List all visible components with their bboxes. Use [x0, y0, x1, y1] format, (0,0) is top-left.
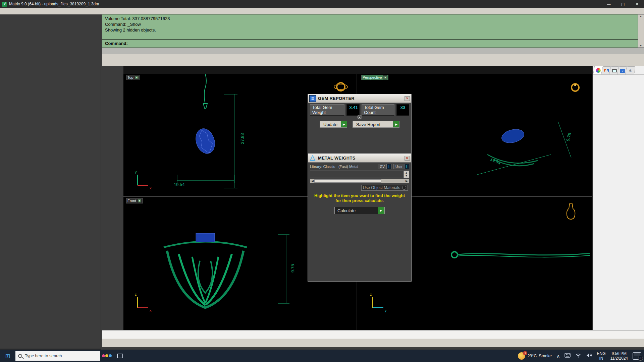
total-gem-count-label: Total Gem Count [362, 104, 394, 116]
weather-temp: 29°C [527, 354, 537, 358]
taskbar: ⊞ Type here to search 1 29°C Smoke ∧ ENG… [0, 350, 644, 362]
gem-reporter-icon: ≣ [309, 95, 316, 102]
scroll-down-icon[interactable]: ▼ [640, 44, 642, 47]
metal-weights-titlebar[interactable]: METAL WEIGHTS ✕ [308, 154, 411, 163]
search-placeholder: Type here to search [25, 354, 62, 358]
svg-text:x: x [150, 308, 152, 312]
command-line: Volume Total: 337.088779571623 [105, 16, 641, 21]
metal-weights-close-icon[interactable]: ✕ [405, 156, 410, 161]
maximize-button[interactable]: ▢ [616, 0, 630, 8]
calculate-button[interactable]: Calculate▶ [334, 207, 385, 214]
scroll-up-icon[interactable]: ▲ [405, 171, 408, 174]
hint-text: for then press calculate. [308, 198, 411, 203]
weather-badge: 1 [523, 351, 527, 355]
date: 11/2/2024 [610, 356, 628, 361]
command-line: Showing 2 hidden objects. [105, 27, 641, 33]
total-gem-weight-value: 3.41 [346, 104, 360, 116]
hint-text: Highlight the item you want to find the … [308, 193, 411, 198]
command-scrollbar[interactable]: ▲▼ [638, 14, 644, 48]
metal-weights-dialog[interactable]: METAL WEIGHTS ✕ Library: Classic - (Fast… [308, 154, 412, 282]
main-toolbar [102, 54, 644, 66]
gem-reporter-dialog[interactable]: ≣ GEM REPORTER ✕ Total Gem Weight 3.41 T… [308, 94, 412, 154]
app-logo-icon: ⫽ [2, 2, 7, 7]
command-history[interactable]: Volume Total: 337.088779571623 Command: … [102, 14, 644, 40]
window-title: Matrix 9.0 (64-bit) - uploads_files_3819… [9, 2, 99, 6]
properties-tabs: ? ✱ [593, 66, 644, 75]
use-object-materials-button[interactable]: Use Object Materials [361, 185, 408, 191]
close-button[interactable]: ✕ [630, 0, 644, 8]
weather-widget[interactable]: 1 29°C Smoke [518, 352, 552, 360]
dim-label: 27.83 [240, 133, 245, 144]
metal-table-hscroll[interactable]: ◀▶ [310, 179, 409, 183]
update-button[interactable]: Update▶ [320, 121, 347, 128]
command-prompt[interactable]: Command: [102, 40, 644, 48]
dropdown-arrow-icon[interactable]: ▼ [138, 199, 142, 203]
osnap-bar [102, 330, 644, 338]
menu-bar [0, 8, 644, 14]
run-arrow-icon: ▶ [341, 121, 347, 127]
taskbar-search[interactable]: Type here to search [15, 351, 100, 361]
total-gem-count-value: 33 [396, 104, 409, 116]
dropdown-arrow-icon[interactable]: ▼ [383, 75, 387, 79]
gem-reporter-title: GEM REPORTER [318, 96, 355, 101]
task-view-button[interactable] [113, 350, 127, 362]
dim-label: 9.75 [290, 264, 295, 273]
title-bar: ⫽ Matrix 9.0 (64-bit) - uploads_files_38… [0, 0, 644, 8]
metal-weights-title: METAL WEIGHTS [318, 156, 356, 161]
tool-strip [102, 66, 123, 331]
dim-label: 19.54 [174, 182, 185, 187]
svg-text:x: x [150, 186, 152, 190]
gem-reporter-titlebar[interactable]: ≣ GEM REPORTER ✕ [308, 94, 411, 103]
search-icon [18, 354, 22, 358]
tray-chevron-icon[interactable]: ∧ [556, 353, 560, 359]
time: 9:56 PM [610, 351, 628, 356]
tray-widget-icon[interactable] [100, 350, 113, 362]
gv-toggle[interactable]: GVI [378, 164, 391, 169]
user-toggle[interactable]: UserI [393, 164, 409, 169]
viewport-title-dropdown[interactable]: Front▼ [126, 198, 143, 203]
collapse-knob-icon[interactable]: ▲ [357, 115, 362, 119]
viewport-title-dropdown[interactable]: Top▼ [126, 75, 140, 80]
svg-text:z: z [370, 292, 372, 296]
metal-table[interactable]: ▲▼ [310, 171, 409, 178]
left-panel [0, 14, 101, 349]
start-button[interactable]: ⊞ [0, 350, 15, 362]
wifi-icon[interactable] [575, 353, 581, 359]
matrix-app-window: ⫽ Matrix 9.0 (64-bit) - uploads_files_38… [0, 0, 644, 362]
svg-text:z: z [135, 292, 137, 296]
notification-badge: 3 [638, 356, 643, 361]
radio-icon [402, 186, 406, 190]
minimize-button[interactable]: — [602, 0, 616, 8]
scroll-right-icon[interactable]: ▶ [406, 179, 408, 183]
toolbar-tab-row [102, 48, 644, 54]
collapse-divider[interactable]: ▲ [318, 117, 401, 120]
total-gem-weight-label: Total Gem Weight [310, 104, 344, 116]
clock[interactable]: 9:56 PM 11/2/2024 [610, 351, 628, 361]
language-indicator[interactable]: ENG IN [597, 351, 605, 361]
scroll-thumb[interactable] [314, 179, 381, 183]
properties-panel: ? ✱ [592, 66, 644, 347]
settings-tab[interactable]: ✱ [625, 66, 636, 74]
save-report-button[interactable]: Save Report▶ [353, 121, 399, 128]
dropdown-arrow-icon[interactable]: ▼ [135, 75, 139, 79]
volume-icon[interactable] [586, 353, 592, 359]
run-arrow-icon: ▶ [378, 207, 384, 214]
scroll-down-icon[interactable]: ▼ [405, 174, 408, 177]
svg-text:y: y [385, 308, 387, 312]
viewport-title-dropdown[interactable]: Perspective▼ [361, 75, 388, 80]
touch-keyboard-icon[interactable] [565, 353, 571, 359]
run-arrow-icon: ▶ [393, 121, 399, 127]
scroll-up-icon[interactable]: ▲ [640, 15, 642, 18]
svg-text:y: y [135, 170, 137, 174]
metal-table-vscroll[interactable]: ▲▼ [404, 171, 409, 178]
library-label: Library: Classic - (Fast)-Metal [310, 165, 358, 169]
gem-reporter-close-icon[interactable]: ✕ [405, 96, 410, 101]
scroll-left-icon[interactable]: ◀ [311, 179, 314, 183]
metal-weights-icon [309, 155, 316, 162]
weather-desc: Smoke [539, 354, 552, 358]
status-bar [102, 338, 644, 347]
notification-center-icon[interactable]: 3 [633, 352, 641, 360]
command-line: Command: _Show [105, 21, 641, 27]
